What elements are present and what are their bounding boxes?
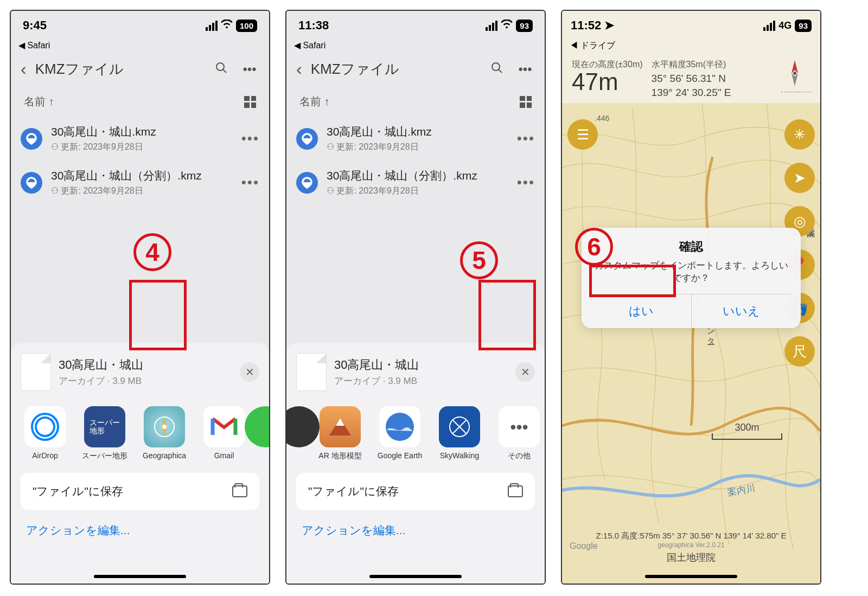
longitude-value: 139° 24' 30.25" E — [652, 87, 773, 99]
folder-icon — [232, 485, 247, 497]
view-grid-icon[interactable] — [520, 96, 532, 108]
file-row[interactable]: 30高尾山・城山（分割）.kmz ⚇ 更新: 2023年9月28日 ••• — [11, 161, 269, 204]
share-target-airdrop[interactable]: AirDrop — [21, 406, 69, 461]
annotation-highlight-box — [478, 280, 536, 350]
screenshot-4: 9:45 100 ◀ Safari ‹ KMZファイル ••• 名前 ↑ 30高… — [10, 10, 270, 585]
status-time: 11:38 — [298, 18, 329, 33]
kmz-file-icon — [296, 128, 318, 150]
annotation-badge: 6 — [575, 228, 613, 266]
annotation-badge: 4 — [133, 233, 171, 271]
cell-signal-icon — [763, 21, 775, 31]
more-icon[interactable]: ••• — [240, 62, 259, 77]
home-indicator[interactable] — [645, 575, 737, 578]
kmz-file-icon — [296, 172, 318, 194]
svg-point-9 — [386, 413, 414, 441]
file-name: 30高尾山・城山（分割）.kmz — [51, 168, 233, 183]
cell-signal-icon — [486, 21, 497, 31]
map-locate-button[interactable]: ➤ — [784, 163, 815, 193]
back-to-app[interactable]: ◀ ドライブ — [562, 40, 820, 55]
screenshot-5: 11:38 93 ◀ Safari ‹ KMZファイル ••• 名前 ↑ 30高… — [285, 10, 546, 585]
close-icon[interactable]: ✕ — [515, 362, 535, 382]
map-ruler-button[interactable]: 尺 — [784, 336, 815, 367]
share-target-ar-terrain[interactable]: AR 地形模型 — [316, 406, 365, 461]
search-icon[interactable] — [212, 61, 231, 78]
wifi-icon — [221, 20, 233, 32]
back-to-app[interactable]: ◀ Safari — [11, 40, 269, 54]
search-icon[interactable] — [487, 61, 507, 78]
cell-signal-icon — [206, 21, 218, 31]
document-icon — [296, 353, 327, 391]
page-title: KMZファイル — [311, 60, 478, 79]
view-grid-icon[interactable] — [244, 96, 256, 108]
svg-point-0 — [216, 63, 224, 71]
share-target-geographica[interactable]: Geographica — [140, 406, 189, 461]
annotation-highlight-box — [129, 280, 187, 350]
status-time: 11:52 ➤ — [571, 18, 614, 33]
svg-point-4 — [162, 425, 167, 429]
share-target-skywalking[interactable]: SkyWalking — [435, 406, 484, 461]
file-more-icon[interactable]: ••• — [517, 174, 535, 191]
file-more-icon[interactable]: ••• — [241, 130, 259, 147]
compass-icon[interactable] — [781, 59, 809, 87]
altitude-value: 47m — [572, 68, 643, 95]
heading-value: ----------- — [781, 87, 813, 95]
folder-icon — [508, 485, 523, 497]
file-name: 30高尾山・城山.kmz — [51, 124, 233, 139]
file-row[interactable]: 30高尾山・城山（分割）.kmz ⚇ 更新: 2023年9月28日 ••• — [286, 161, 545, 204]
svg-point-5 — [492, 63, 500, 71]
latitude-value: 35° 56' 56.31" N — [652, 73, 773, 85]
share-target-google-earth[interactable]: Google Earth — [375, 406, 424, 461]
share-apps-row[interactable]: AR 地形模型 Google Earth SkyWalking ••• その他 — [286, 401, 545, 473]
elevation-marker: .446 — [595, 114, 609, 123]
file-more-icon[interactable]: ••• — [517, 130, 535, 147]
dialog-yes-button[interactable]: はい — [591, 294, 692, 328]
back-button[interactable]: ‹ — [296, 59, 302, 79]
share-target-more[interactable] — [257, 406, 269, 461]
svg-point-15 — [793, 72, 796, 75]
file-more-icon[interactable]: ••• — [241, 174, 259, 191]
edit-actions-link[interactable]: アクションを編集... — [11, 510, 269, 551]
share-sheet: 30高尾山・城山 アーカイブ · 3.9 MB ✕ AirDrop スーパー地形… — [11, 343, 269, 584]
save-to-files-button[interactable]: "ファイル"に保存 — [296, 473, 535, 510]
file-row[interactable]: 30高尾山・城山.kmz ⚇ 更新: 2023年9月28日 ••• — [286, 117, 545, 161]
dialog-title: 確認 — [591, 239, 791, 255]
file-date: ⚇ 更新: 2023年9月28日 — [51, 185, 233, 197]
map-menu-button[interactable]: ☰ — [567, 119, 598, 150]
sort-label[interactable]: 名前 ↑ — [24, 94, 54, 109]
page-title: KMZファイル — [35, 60, 203, 79]
back-to-app[interactable]: ◀ Safari — [286, 40, 545, 54]
battery-icon: 100 — [236, 20, 257, 32]
home-indicator[interactable] — [94, 575, 186, 578]
close-icon[interactable]: ✕ — [240, 362, 259, 382]
map-canvas[interactable]: .446 ターセンター 薬王院 案内川 南浅川 ☰ ✳ ➤ ◎ 📍 👣 尺 30… — [562, 103, 820, 584]
horizontal-accuracy-label: 水平精度35m(半径) — [652, 59, 773, 71]
map-scale: 300m — [712, 422, 782, 440]
file-date: ⚇ 更新: 2023年9月28日 — [51, 142, 233, 153]
wifi-icon — [501, 20, 513, 32]
document-icon — [21, 353, 51, 391]
svg-marker-13 — [792, 60, 798, 73]
map-layers-button[interactable]: ✳ — [784, 119, 815, 150]
edit-actions-link[interactable]: アクションを編集... — [286, 510, 545, 551]
save-to-files-button[interactable]: "ファイル"に保存 — [21, 473, 259, 510]
network-label: 4G — [778, 20, 792, 31]
map-footer: Z:15.0 高度:575m 35° 37' 30.56" N 139° 14'… — [562, 531, 820, 564]
share-target-other[interactable]: ••• その他 — [495, 406, 544, 461]
annotation-badge: 5 — [460, 241, 498, 279]
svg-marker-14 — [792, 73, 798, 86]
back-button[interactable]: ‹ — [21, 59, 27, 79]
dialog-no-button[interactable]: いいえ — [692, 294, 792, 328]
file-row[interactable]: 30高尾山・城山.kmz ⚇ 更新: 2023年9月28日 ••• — [11, 117, 269, 161]
more-icon[interactable]: ••• — [515, 62, 535, 77]
svg-line-6 — [499, 69, 502, 73]
share-doc-title: 30高尾山・城山 — [59, 357, 143, 373]
svg-marker-8 — [336, 418, 344, 426]
share-target-superterrain[interactable]: スーパー地形 スーパー地形 — [80, 406, 129, 461]
map-info-bar: 現在の高度(±30m) 47m 水平精度35m(半径) 35° 56' 56.3… — [562, 55, 820, 103]
annotation-highlight-box — [589, 265, 676, 297]
sort-label[interactable]: 名前 ↑ — [299, 94, 330, 109]
home-indicator[interactable] — [369, 575, 462, 578]
share-target-gmail[interactable]: Gmail — [200, 406, 248, 461]
share-apps-row[interactable]: AirDrop スーパー地形 スーパー地形 Geographica Gmail — [11, 401, 269, 473]
share-target-prev[interactable] — [293, 406, 305, 461]
